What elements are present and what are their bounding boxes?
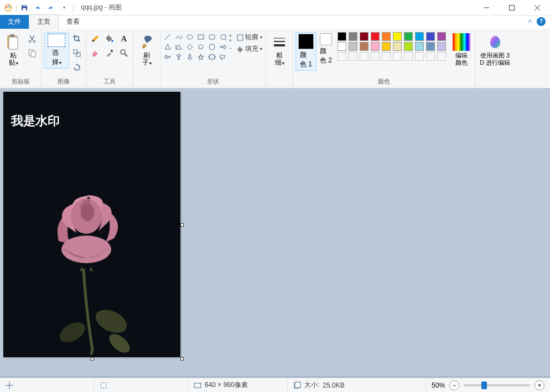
color-swatch[interactable] xyxy=(338,42,346,51)
tab-file[interactable]: 文件 xyxy=(0,15,29,29)
resize-handle-bottom[interactable] xyxy=(91,357,94,360)
magnifier-icon[interactable] xyxy=(117,46,131,60)
status-filesize: 大小: 25.0KB xyxy=(288,378,426,392)
canvas-area[interactable]: 我是水印 xyxy=(0,88,550,378)
color2-button[interactable]: 颜 色 2 xyxy=(318,32,334,66)
color-swatch[interactable] xyxy=(437,42,446,51)
window-title: qqq.jpg - 画图 xyxy=(81,3,122,12)
shapes-gallery[interactable] xyxy=(163,32,228,62)
picker-icon[interactable] xyxy=(103,46,116,60)
rose-image xyxy=(25,191,169,357)
svg-rect-5 xyxy=(23,8,26,11)
window-controls xyxy=(474,0,550,15)
color-swatch[interactable] xyxy=(382,32,391,41)
select-button[interactable]: 选 择▾ xyxy=(44,32,69,69)
cut-icon[interactable] xyxy=(25,32,39,45)
canvas-image[interactable]: 我是水印 xyxy=(3,92,180,357)
svg-rect-18 xyxy=(74,50,77,54)
resize-handle-corner[interactable] xyxy=(180,357,184,360)
color-swatch-empty[interactable] xyxy=(360,52,369,61)
redo-icon[interactable] xyxy=(45,2,57,14)
zoom-in-button[interactable]: + xyxy=(535,380,544,390)
color2-swatch xyxy=(320,33,332,45)
color-swatch-empty[interactable] xyxy=(404,52,413,61)
color-swatch[interactable] xyxy=(382,42,391,51)
color-swatch[interactable] xyxy=(415,42,424,51)
color-swatch[interactable] xyxy=(371,42,380,51)
group-thickness: 粗 细▾ xyxy=(266,29,293,88)
qat-dropdown-icon[interactable]: ▾ xyxy=(58,2,70,14)
color-swatch[interactable] xyxy=(393,32,402,41)
color-swatch[interactable] xyxy=(349,42,357,51)
thickness-button[interactable]: 粗 细▾ xyxy=(268,32,290,68)
color-swatch[interactable] xyxy=(404,32,413,41)
crop-icon[interactable] xyxy=(70,32,84,45)
group-label-image: 图像 xyxy=(58,76,70,87)
group-label-shapes: 形状 xyxy=(207,76,219,87)
save-icon[interactable] xyxy=(18,2,30,14)
svg-point-2 xyxy=(8,5,9,6)
color-swatch[interactable] xyxy=(360,32,369,41)
color-swatch[interactable] xyxy=(426,42,435,51)
tab-bar: 文件 主页 查看 ㅅ ? xyxy=(0,15,550,29)
eraser-icon[interactable] xyxy=(89,46,102,60)
group-label-clipboard: 剪贴板 xyxy=(12,76,30,87)
close-button[interactable] xyxy=(525,0,550,15)
rotate-icon[interactable] xyxy=(70,61,84,74)
copy-icon[interactable] xyxy=(25,46,39,60)
zoom-slider[interactable] xyxy=(464,384,530,386)
group-label-tools: 工具 xyxy=(103,76,116,87)
minimize-button[interactable] xyxy=(474,0,499,15)
color-swatch-empty[interactable] xyxy=(382,52,391,61)
color1-button[interactable]: 颜 色 1 xyxy=(295,32,316,71)
color-swatch[interactable] xyxy=(393,42,402,51)
help-icon[interactable]: ? xyxy=(537,17,546,26)
resize-icon[interactable] xyxy=(70,46,84,60)
brush-button[interactable]: 刷 子▾ xyxy=(136,32,158,68)
app-icon[interactable] xyxy=(2,2,14,14)
group-paint3d: 使用画图 3 D 进行编辑 xyxy=(475,29,515,88)
group-clipboard: 粘 贴▾ 剪贴板 xyxy=(0,29,41,88)
color-swatch[interactable] xyxy=(349,32,357,41)
color-swatch-empty[interactable] xyxy=(426,52,435,61)
color-swatch-empty[interactable] xyxy=(349,52,357,61)
color-swatch[interactable] xyxy=(437,32,446,41)
status-bar: 640 × 960像素 大小: 25.0KB 50% − + xyxy=(0,378,550,392)
outline-dropdown[interactable]: 轮廓▾ xyxy=(235,32,263,43)
tab-home[interactable]: 主页 xyxy=(29,14,59,29)
svg-rect-19 xyxy=(76,53,80,56)
color-swatch[interactable] xyxy=(371,32,380,41)
color-swatch-empty[interactable] xyxy=(393,52,402,61)
resize-handle-right[interactable] xyxy=(180,223,184,227)
tab-view[interactable]: 查看 xyxy=(59,15,87,29)
color-swatch[interactable] xyxy=(404,42,413,51)
color-swatch-empty[interactable] xyxy=(415,52,424,61)
color-swatch[interactable] xyxy=(338,32,346,41)
palette-row3 xyxy=(338,52,447,61)
color-swatch-empty[interactable] xyxy=(437,52,446,61)
fill-icon[interactable] xyxy=(103,32,116,45)
color-swatch[interactable] xyxy=(360,42,369,51)
fill-dropdown[interactable]: 填充▾ xyxy=(235,44,263,54)
paint3d-button[interactable]: 使用画图 3 D 进行编辑 xyxy=(478,32,512,67)
svg-line-23 xyxy=(124,54,127,56)
svg-point-20 xyxy=(111,40,113,42)
paste-button[interactable]: 粘 贴▾ xyxy=(2,32,24,68)
color-swatch[interactable] xyxy=(426,32,435,41)
svg-point-1 xyxy=(6,6,7,7)
svg-point-38 xyxy=(61,236,111,263)
edit-colors-button[interactable]: 编辑 颜色 xyxy=(450,32,473,67)
group-shapes: ▴ ▾ ⎯ 轮廓▾ 填充▾ 形状 xyxy=(160,29,266,88)
ribbon-collapse-icon[interactable]: ㅅ xyxy=(527,17,533,26)
svg-rect-41 xyxy=(101,383,106,388)
color-swatch-empty[interactable] xyxy=(338,52,346,61)
text-icon[interactable]: A xyxy=(117,32,131,45)
color-swatch-empty[interactable] xyxy=(371,52,380,61)
color-swatch[interactable] xyxy=(415,32,424,41)
zoom-out-button[interactable]: − xyxy=(449,380,459,390)
undo-icon[interactable] xyxy=(32,2,44,14)
quick-access-toolbar: | ▾ xyxy=(2,2,70,14)
maximize-button[interactable] xyxy=(499,0,525,15)
svg-point-22 xyxy=(121,50,125,54)
pencil-icon[interactable] xyxy=(89,32,102,45)
